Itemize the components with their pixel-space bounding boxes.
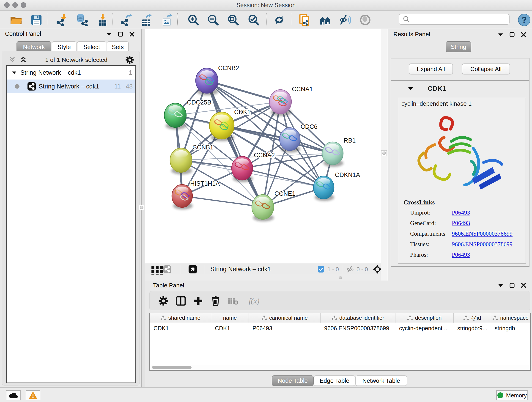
crosslink-value-link[interactable]: P06493 [452, 220, 470, 227]
collapse-section-icon[interactable] [408, 86, 413, 91]
birds-eye-toggle-icon[interactable] [188, 265, 197, 274]
memory-button[interactable]: Memory [496, 390, 528, 400]
import-table-from-file-button[interactable] [96, 13, 109, 27]
close-window-icon[interactable] [4, 2, 10, 8]
create-column-button[interactable] [192, 294, 205, 307]
node-RB1[interactable] [322, 142, 343, 167]
help-button[interactable]: ? [518, 14, 530, 26]
network-view-icon[interactable] [163, 265, 171, 274]
network-collection-row[interactable]: String Network – cdk1 1 [7, 66, 135, 80]
zoom-selected-button[interactable] [247, 13, 260, 27]
tab-node-table[interactable]: Node Table [272, 375, 314, 386]
zoom-fit-content-button[interactable] [227, 13, 240, 27]
node-CDKN1A[interactable] [313, 176, 334, 201]
right-splitter[interactable] [381, 29, 388, 281]
maximize-panel-icon[interactable] [509, 282, 515, 288]
open-session-button[interactable] [9, 13, 23, 27]
collapse-all-button[interactable]: Collapse All [462, 64, 510, 75]
expand-all-button[interactable]: Expand All [409, 64, 453, 75]
float-panel-icon[interactable] [498, 282, 504, 288]
maximize-panel-icon[interactable] [118, 31, 123, 37]
hide-visual-properties-button[interactable] [338, 13, 352, 27]
column-header-shared-name[interactable]: shared name [150, 313, 211, 323]
import-network-from-file-button[interactable] [56, 13, 69, 27]
close-panel-icon[interactable] [520, 32, 526, 38]
node-CCNB1[interactable] [170, 148, 192, 174]
function-builder-button[interactable]: f(x) [245, 294, 263, 307]
table-cell[interactable]: CDK1 [211, 323, 249, 333]
zoom-in-button[interactable] [187, 13, 200, 27]
save-session-button[interactable] [30, 13, 43, 27]
network-graph[interactable]: CCNB2CCNA1CDC25BCDK1CDC6RB1CCNB1CCNA2CDK… [145, 29, 381, 263]
close-panel-icon[interactable] [129, 31, 135, 37]
delete-table-button[interactable] [227, 294, 239, 307]
network-row[interactable]: String Network – cdk1 11 48 [7, 80, 135, 93]
scrollbar-thumb[interactable] [152, 366, 191, 369]
column-header-canonical-name[interactable]: canonical name [249, 313, 321, 323]
right-splitter-grip[interactable] [381, 150, 387, 156]
table-cell[interactable]: CDK1 [150, 323, 211, 333]
crosslink-value-link[interactable]: 9606.ENSP00000378699 [452, 241, 513, 248]
delete-columns-button[interactable] [209, 294, 222, 307]
column-header-name[interactable]: name [211, 313, 249, 323]
edge-CCNA2-CDKN1A[interactable] [242, 168, 324, 187]
network-canvas[interactable]: CCNB2CCNA1CDC25BCDK1CDC6RB1CCNB1CCNA2CDK… [145, 29, 381, 263]
column-header-description[interactable]: description [395, 313, 454, 323]
table-cell[interactable]: P06493 [249, 323, 321, 333]
node-CCNE1[interactable] [252, 195, 274, 221]
zoom-out-button[interactable] [206, 13, 220, 27]
table-horizontal-scrollbar[interactable] [151, 365, 529, 370]
string-sites-button[interactable] [318, 13, 332, 27]
node-CDK1[interactable] [209, 112, 234, 141]
node-CCNA1[interactable] [269, 89, 292, 116]
table-cell[interactable]: stringdb [491, 323, 530, 333]
close-panel-icon[interactable] [520, 282, 526, 288]
maximize-panel-icon[interactable] [509, 32, 515, 38]
birds-eye-view-button[interactable] [359, 13, 372, 27]
tab-string[interactable]: String [446, 41, 471, 52]
expand-all-networks-icon[interactable] [19, 56, 27, 63]
tab-network-table[interactable]: Network Table [355, 375, 407, 386]
export-network-button[interactable] [120, 13, 133, 27]
fit-selected-crosshair-icon[interactable] [373, 265, 382, 274]
crosslink-value-link[interactable]: P06493 [452, 251, 470, 258]
network-options-gear-icon[interactable] [125, 56, 134, 64]
column-header-database-identifier[interactable]: database identifier [321, 313, 395, 323]
crosslink-value-link[interactable]: 9606.ENSP00000378699 [452, 230, 513, 237]
node-CCNA2[interactable] [232, 156, 253, 182]
warnings-button[interactable] [26, 390, 40, 400]
left-splitter-grip[interactable] [139, 205, 144, 210]
export-image-button[interactable] [160, 13, 173, 27]
string-documents-button[interactable] [298, 13, 311, 27]
zoom-window-icon[interactable] [21, 2, 26, 8]
search-field[interactable] [399, 14, 510, 25]
table-cell[interactable]: cyclin-dependent ... [395, 323, 454, 333]
column-header-namespace[interactable]: namespace [491, 313, 530, 323]
node-CDC6[interactable] [279, 128, 300, 153]
node-CCNB2[interactable] [196, 68, 218, 95]
tab-edge-table[interactable]: Edge Table [314, 375, 355, 386]
table-row[interactable]: CDK1CDK1P064939606.ENSP00000378699cyclin… [150, 323, 530, 333]
table-cell[interactable]: stringdb:9... [454, 323, 491, 333]
node-HIST1H1A[interactable] [172, 185, 193, 210]
table-cell[interactable]: 9606.ENSP00000378699 [321, 323, 395, 333]
apply-preferred-layout-button[interactable] [273, 13, 286, 27]
minimize-window-icon[interactable] [12, 2, 18, 8]
node-CDC25B[interactable] [164, 103, 186, 129]
collapse-arrow-icon[interactable] [12, 70, 17, 75]
gene-section-header[interactable]: CDK1 [391, 80, 529, 96]
cloud-status-button[interactable] [6, 390, 21, 400]
crosslink-value-link[interactable]: P06493 [452, 209, 470, 216]
node-table[interactable]: shared namenamecanonical namedatabase id… [149, 313, 531, 371]
selected-checkbox-icon[interactable] [317, 266, 324, 273]
column-header--id[interactable]: @id [454, 313, 491, 323]
show-columns-button[interactable] [174, 294, 187, 307]
search-input[interactable] [411, 15, 509, 24]
float-panel-icon[interactable] [498, 32, 504, 38]
import-network-from-database-button[interactable] [75, 13, 89, 27]
collapse-all-networks-icon[interactable] [8, 56, 16, 63]
left-splitter[interactable] [142, 29, 145, 387]
float-panel-icon[interactable] [106, 31, 112, 37]
edge-HIST1H1A-CCNE1[interactable] [182, 196, 263, 207]
export-table-button[interactable] [140, 13, 153, 27]
